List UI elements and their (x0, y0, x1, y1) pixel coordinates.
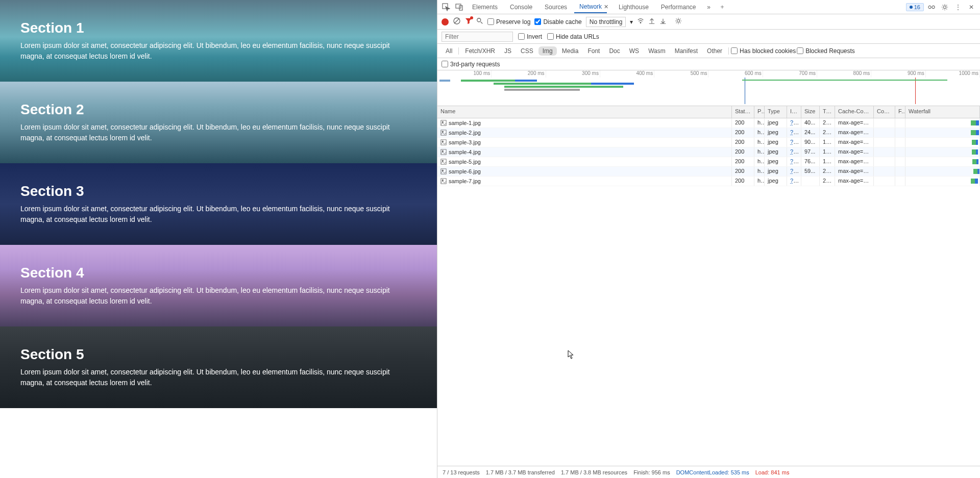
inspect-element-icon[interactable] (440, 2, 452, 13)
table-row[interactable]: sample-5.jpg 200 h.. jpeg ?I... 76... 19… (437, 157, 980, 167)
svg-rect-16 (441, 140, 446, 145)
col-type[interactable]: Type (765, 106, 787, 118)
col-name[interactable]: Name (437, 106, 732, 118)
svg-rect-24 (441, 179, 446, 184)
type-all[interactable]: All (442, 46, 456, 56)
type-manifest[interactable]: Manifest (671, 46, 702, 56)
svg-point-13 (442, 121, 444, 123)
table-row[interactable]: sample-7.jpg 200 h.. jpeg ?I... 21... ma… (437, 177, 980, 186)
upload-icon[interactable] (648, 17, 655, 26)
cell-time: 24... (820, 128, 835, 137)
type-media[interactable]: Media (558, 46, 583, 56)
cell-f (895, 147, 905, 157)
type-doc[interactable]: Doc (605, 46, 624, 56)
filter-input[interactable] (442, 32, 513, 42)
settings-link-icon[interactable] (926, 2, 937, 13)
throttling-select[interactable]: No throttling (586, 17, 626, 27)
cell-time: 16... (820, 147, 835, 157)
new-tab-icon[interactable]: ＋ (717, 2, 728, 13)
load-marker (915, 78, 916, 104)
blocked-requests-label: Blocked Requests (805, 47, 855, 55)
type-css[interactable]: CSS (517, 46, 537, 56)
table-row[interactable]: sample-2.jpg 200 h.. jpeg ?I... 24... 24… (437, 128, 980, 138)
cell-time: 28... (820, 167, 835, 176)
tab-performance[interactable]: Performance (656, 2, 701, 13)
table-row[interactable]: sample-6.jpg 200 h.. jpeg ?I... 59... 28… (437, 167, 980, 177)
cell-waterfall (905, 167, 980, 176)
device-toolbar-icon[interactable] (454, 2, 465, 13)
cell-content (874, 138, 895, 147)
col-size[interactable]: Size (801, 106, 820, 118)
disable-cache-checkbox[interactable]: Disable cache (534, 18, 581, 26)
cell-status: 200 (732, 177, 754, 186)
invert-checkbox[interactable]: Invert (518, 33, 542, 40)
section-5: Section 5 Lorem ipsum dolor sit amet, co… (0, 326, 437, 408)
timeline-overview[interactable]: 100 ms 200 ms 300 ms 400 ms 500 ms 600 m… (437, 70, 980, 106)
col-waterfall[interactable]: Waterfall (905, 106, 980, 118)
third-party-checkbox[interactable]: 3rd-party requests (442, 61, 500, 68)
cell-status: 200 (732, 167, 754, 176)
col-cache-control[interactable]: Cache-Control (835, 106, 874, 118)
col-time[interactable]: Ti... (820, 106, 835, 118)
svg-point-21 (442, 160, 444, 162)
table-row[interactable]: sample-1.jpg 200 h.. jpeg ?I... 40... 24… (437, 118, 980, 128)
type-js[interactable]: JS (500, 46, 516, 56)
col-protocol[interactable]: P (754, 106, 765, 118)
file-name: sample-5.jpg (449, 159, 481, 165)
close-devtools-icon[interactable]: ✕ (966, 2, 977, 13)
table-row[interactable]: sample-3.jpg 200 h.. jpeg ?I... 90... 16… (437, 138, 980, 147)
type-other[interactable]: Other (703, 46, 726, 56)
chevron-down-icon[interactable]: ▾ (630, 18, 633, 26)
more-tabs-icon[interactable]: » (703, 2, 715, 13)
tab-console[interactable]: Console (505, 2, 537, 13)
page-preview[interactable]: Section 1 Lorem ipsum dolor sit amet, co… (0, 0, 437, 478)
cell-content (874, 167, 895, 176)
cell-status: 200 (732, 157, 754, 166)
record-button[interactable] (442, 18, 449, 26)
close-icon[interactable]: ✕ (604, 4, 611, 10)
devtools-tabbar: Elements Console Sources Network ✕ Light… (437, 0, 980, 14)
gear-icon[interactable] (939, 2, 950, 13)
type-img[interactable]: Img (538, 46, 557, 56)
type-font[interactable]: Font (583, 46, 604, 56)
file-name: sample-2.jpg (449, 130, 481, 136)
cell-type: jpeg (765, 118, 787, 128)
network-grid-body[interactable]: sample-1.jpg 200 h.. jpeg ?I... 40... 24… (437, 118, 980, 466)
cell-protocol: h.. (754, 138, 765, 147)
search-icon[interactable] (476, 17, 483, 26)
cell-time: 19... (820, 157, 835, 166)
cell-f (895, 138, 905, 147)
tab-lighthouse[interactable]: Lighthouse (614, 2, 654, 13)
timeline-body (439, 78, 980, 104)
type-ws[interactable]: WS (625, 46, 643, 56)
col-content[interactable]: Cont... (874, 106, 895, 118)
type-wasm[interactable]: Wasm (644, 46, 670, 56)
blocked-requests-checkbox[interactable]: Blocked Requests (797, 47, 855, 55)
gear-icon[interactable] (675, 17, 682, 26)
timeline-ticks: 100 ms 200 ms 300 ms 400 ms 500 ms 600 m… (437, 70, 980, 78)
tab-sources[interactable]: Sources (540, 2, 572, 13)
section-2: Section 2 Lorem ipsum dolor sit amet, co… (0, 82, 437, 163)
col-status[interactable]: Status (732, 106, 754, 118)
table-row[interactable]: sample-4.jpg 200 h.. jpeg ?I... 97... 16… (437, 147, 980, 157)
col-f[interactable]: F. (895, 106, 905, 118)
clear-icon[interactable] (453, 17, 461, 27)
cell-initiator: ?I... (787, 118, 801, 128)
cell-protocol: h.. (754, 147, 765, 157)
tab-elements[interactable]: Elements (467, 2, 503, 13)
col-initiator[interactable]: Ini... (787, 106, 801, 118)
has-blocked-cookies-checkbox[interactable]: Has blocked cookies (731, 47, 796, 55)
hide-data-urls-checkbox[interactable]: Hide data URLs (547, 33, 599, 40)
cell-f (895, 128, 905, 137)
preserve-log-checkbox[interactable]: Preserve log (487, 18, 530, 26)
kebab-icon[interactable]: ⋮ (952, 2, 964, 13)
download-icon[interactable] (659, 17, 667, 26)
wifi-icon[interactable] (637, 17, 644, 26)
svg-point-11 (677, 19, 680, 22)
cell-size: 76... (801, 157, 820, 166)
filter-icon[interactable] (465, 17, 472, 26)
cell-initiator: ?I... (787, 167, 801, 176)
tab-network[interactable]: Network (574, 1, 607, 13)
issues-badge[interactable]: 16 (906, 3, 924, 11)
type-fetchxhr[interactable]: Fetch/XHR (461, 46, 499, 56)
